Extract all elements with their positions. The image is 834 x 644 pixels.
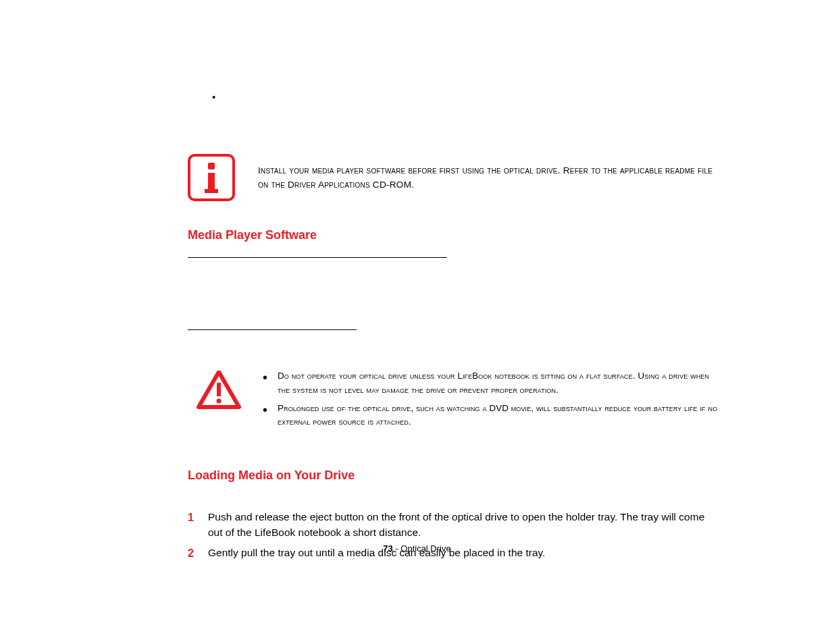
info-icon: [188, 154, 235, 201]
svg-point-1: [217, 399, 221, 404]
footer-separator: -: [393, 543, 401, 554]
heading-loading-media: Loading Media on Your Drive: [188, 468, 721, 483]
info-callout-text: Install your media player software befor…: [258, 163, 721, 192]
page-content: • Install your media player software bef…: [188, 0, 721, 566]
warning-callout: Do not operate your optical drive unless…: [188, 369, 721, 433]
orphan-bullet: •: [212, 91, 215, 103]
footer-section-title: Optical Drive: [400, 543, 450, 554]
list-item: Prolonged use of the optical drive, such…: [263, 402, 721, 430]
horizontal-rule: [188, 329, 357, 330]
page-number: 73: [383, 543, 392, 554]
list-item: Push and release the eject button on the…: [188, 510, 721, 540]
info-callout: Install your media player software befor…: [188, 154, 721, 201]
list-item: Do not operate your optical drive unless…: [263, 369, 721, 398]
heading-media-player-software: Media Player Software: [188, 228, 721, 242]
warning-list: Do not operate your optical drive unless…: [263, 369, 721, 433]
horizontal-rule: [188, 257, 447, 258]
svg-rect-0: [217, 383, 221, 396]
warning-icon: [197, 371, 241, 410]
page-footer: 73 - Optical Drive: [0, 543, 834, 554]
